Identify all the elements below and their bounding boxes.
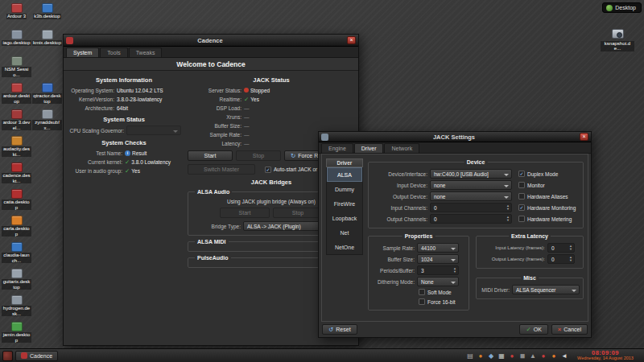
tray-icon[interactable]: ▤	[466, 352, 474, 360]
output-device-dropdown[interactable]: none	[430, 191, 512, 201]
periods-spinbox[interactable]: 3	[417, 265, 459, 275]
driver-item-firewire[interactable]: FireWire	[327, 196, 362, 211]
tray-icon[interactable]: ◄	[560, 352, 568, 360]
driver-item-alsa[interactable]: ALSA	[327, 167, 362, 182]
hardware-monitoring-checkbox[interactable]: ✓ Hardware Monitoring	[518, 204, 576, 211]
desktop-icon-label: audacity.deskt...	[2, 146, 31, 157]
switch-master-button[interactable]: Switch Master	[188, 164, 255, 175]
tray-icon[interactable]: ◆	[487, 352, 495, 360]
desktop-icon[interactable]: ardour.desktop	[2, 83, 31, 109]
properties-group: Properties Sample Rate: 44100 Buffer Siz…	[368, 236, 469, 311]
checkbox-box: ✓	[265, 167, 271, 173]
tray-icon[interactable]: ●	[477, 352, 485, 360]
server-status-label: Server Status:	[188, 88, 244, 93]
buffer-size-dropdown[interactable]: 1024	[417, 254, 459, 264]
desktop-toolbox-button[interactable]: Desktop	[602, 2, 642, 13]
desktop-icon[interactable]: zynaddsubfx...	[32, 109, 62, 136]
output-latency-spinbox[interactable]: 0	[547, 254, 575, 264]
input-latency-spinbox[interactable]: 0	[547, 243, 575, 253]
desktop-icon[interactable]: hydrogen.desk...	[2, 295, 31, 322]
output-channels-spinbox[interactable]: 0	[430, 214, 512, 224]
tray-icon[interactable]: ◼	[518, 352, 526, 360]
tray-icon[interactable]: ●	[539, 352, 547, 360]
desktop-icon[interactable]: cadence.deskt...	[2, 162, 31, 189]
desktop-icon[interactable]: iago.desktop	[2, 30, 31, 56]
tab-network[interactable]: Network	[384, 143, 419, 153]
jack-settings-titlebar[interactable]: JACK Settings ×	[319, 132, 591, 142]
desktop-icon[interactable]: claudia-launch...	[2, 242, 31, 269]
close-icon[interactable]: ×	[347, 36, 356, 44]
desktop-icon[interactable]: jamin.desktop	[2, 322, 31, 348]
tray-icon[interactable]: ▦	[497, 352, 506, 360]
midi-driver-dropdown[interactable]: ALSA Sequencer	[512, 285, 580, 294]
system-status-title: System Status	[67, 116, 181, 123]
desktop-icon[interactable]: kmix.desktop	[32, 30, 62, 56]
file-icon	[11, 136, 23, 146]
desktop-icon[interactable]: guitarix.desktop	[2, 269, 31, 295]
desktop-icon[interactable]: qtractor.desktop	[32, 83, 62, 109]
taskbar-item-cadence[interactable]: Cadence	[15, 351, 58, 361]
arch-value: 64bit	[117, 105, 128, 111]
desktop-icon-label: kmix.desktop	[32, 40, 62, 46]
force-16bit-checkbox[interactable]: Force 16-bit	[419, 298, 456, 305]
test-row: Test Name: i Result	[67, 149, 181, 157]
ok-button[interactable]: ✓ OK	[519, 324, 547, 335]
input-device-dropdown[interactable]: none	[430, 180, 512, 190]
duplex-mode-checkbox[interactable]: ✓ Duplex Mode	[518, 171, 558, 177]
tab-driver[interactable]: Driver	[354, 143, 384, 153]
hardware-metering-checkbox[interactable]: Hardware Metering	[518, 216, 572, 222]
app-menu-button[interactable]	[2, 351, 13, 361]
monitor-checkbox[interactable]: Monitor	[518, 182, 545, 188]
driver-item-netone[interactable]: NetOne	[327, 240, 362, 254]
device-interface-dropdown[interactable]: hw:C400,0 [USB Audio]	[430, 169, 512, 179]
desktop-icon[interactable]: ardour 3.devel...	[2, 109, 31, 136]
file-icon	[11, 162, 23, 172]
cadence-titlebar[interactable]: Cadence ×	[64, 35, 358, 47]
driver-item-dummy[interactable]: Dummy	[327, 182, 362, 196]
hardware-aliases-checkbox[interactable]: Hardware Aliases	[518, 193, 568, 200]
os-label: Operating System:	[67, 88, 117, 93]
alsa-start-button[interactable]: Start	[220, 208, 270, 218]
cadence-window: Cadence × System Tools Tweaks Welcome to…	[63, 34, 359, 346]
tray-icon[interactable]: ●	[508, 352, 516, 360]
desktop-icon[interactable]: NSM Sessio...	[2, 56, 31, 83]
server-status-row: Server Status: Stopped	[188, 86, 355, 94]
file-icon	[11, 83, 23, 93]
kernel-label: Kernel/Version:	[67, 97, 117, 102]
cancel-button[interactable]: × Cancel	[551, 324, 588, 335]
desktop-icon[interactable]: catia.desktop	[2, 189, 31, 216]
close-icon[interactable]: ×	[580, 133, 588, 141]
checkbox-label: Hardware Monitoring	[527, 205, 576, 211]
desktop-icon[interactable]: audacity.deskt...	[2, 136, 31, 162]
jack-start-button[interactable]: Start	[188, 150, 233, 161]
server-status-value: Stopped	[244, 88, 270, 93]
desktop-icon[interactable]: Ardour 3	[2, 3, 31, 30]
governor-row: CPU Scaling Governor:	[67, 125, 181, 135]
desktop-icon-label: carla.desktop	[2, 226, 31, 237]
desktop-toolbox-label: Desktop	[615, 5, 636, 10]
tab-system[interactable]: System	[66, 47, 99, 57]
reset-button[interactable]: ↺ Reset	[322, 324, 357, 335]
jack-stop-button[interactable]: Stop	[236, 150, 281, 161]
current-kernel-value: ✓ 3.8.0 Lowlatency	[125, 159, 171, 165]
desktop-icon[interactable]: k3b.desktop	[32, 3, 62, 30]
input-channels-spinbox[interactable]: 0	[430, 203, 512, 212]
tray-icon[interactable]: ●	[550, 352, 558, 360]
dithering-dropdown[interactable]: None	[417, 277, 459, 286]
driver-item-net[interactable]: Net	[327, 225, 362, 240]
output-device-row: Output Device: none Hardware Aliases	[372, 191, 580, 202]
tab-tweaks[interactable]: Tweaks	[129, 47, 163, 57]
alsa-stop-button[interactable]: Stop	[273, 208, 323, 218]
driver-item-loopback[interactable]: Loopback	[327, 211, 362, 225]
clock-widget[interactable]: 08:09:09 Wednesday, 14 August 2013	[571, 350, 642, 361]
soft-mode-checkbox[interactable]: Soft Mode	[419, 289, 452, 295]
tab-engine[interactable]: Engine	[321, 143, 353, 153]
checkbox-label: Duplex Mode	[527, 171, 558, 177]
tray-icon[interactable]: ▲	[529, 352, 537, 360]
pulseaudio-legend: PulseAudio	[195, 255, 231, 261]
governor-dropdown[interactable]	[126, 125, 181, 135]
desktop-icon-ksnapshot[interactable]: ksnapshot.de...	[601, 29, 634, 53]
sample-rate-dropdown[interactable]: 44100	[417, 243, 459, 253]
desktop-icon[interactable]: carla.desktop	[2, 216, 31, 242]
tab-tools[interactable]: Tools	[100, 47, 127, 57]
